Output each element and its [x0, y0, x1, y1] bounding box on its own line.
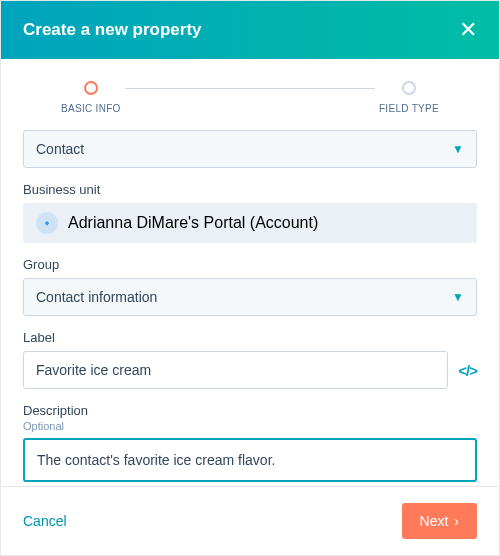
step-field-type[interactable]: FIELD TYPE — [379, 81, 439, 114]
chevron-down-icon: ▼ — [452, 142, 464, 156]
panel-title: Create a new property — [23, 20, 202, 40]
step-circle — [402, 81, 416, 95]
object-value: Contact — [36, 141, 84, 157]
business-unit-label: Business unit — [23, 182, 477, 197]
business-unit-display[interactable]: 🔹 Adrianna DiMare's Portal (Account) — [23, 203, 477, 243]
group-value: Contact information — [36, 289, 157, 305]
next-button[interactable]: Next › — [402, 503, 477, 539]
chevron-right-icon: › — [454, 513, 459, 529]
panel-header: Create a new property ✕ — [1, 1, 499, 59]
field-object: Contact ▼ — [23, 130, 477, 168]
chevron-down-icon: ▼ — [452, 290, 464, 304]
field-business-unit: Business unit 🔹 Adrianna DiMare's Portal… — [23, 182, 477, 243]
step-circle-active — [84, 81, 98, 95]
cancel-button[interactable]: Cancel — [23, 513, 67, 529]
portal-icon: 🔹 — [36, 212, 58, 234]
form-body: Contact ▼ Business unit 🔹 Adrianna DiMar… — [1, 122, 499, 486]
stepper: BASIC INFO FIELD TYPE — [1, 59, 499, 122]
field-description: Description Optional The contact's favor… — [23, 403, 477, 482]
label-label: Label — [23, 330, 477, 345]
business-unit-value: Adrianna DiMare's Portal (Account) — [68, 214, 318, 232]
stepper-line — [125, 88, 375, 89]
description-label: Description Optional — [23, 403, 477, 432]
optional-text: Optional — [23, 420, 477, 432]
field-label: Label Favorite ice cream </> — [23, 330, 477, 389]
label-value: Favorite ice cream — [36, 362, 151, 378]
create-property-panel: Create a new property ✕ BASIC INFO FIELD… — [0, 0, 500, 556]
label-input[interactable]: Favorite ice cream — [23, 351, 448, 389]
description-input[interactable]: The contact's favorite ice cream flavor. — [23, 438, 477, 482]
description-value: The contact's favorite ice cream flavor. — [37, 452, 275, 468]
group-label: Group — [23, 257, 477, 272]
step-basic-info[interactable]: BASIC INFO — [61, 81, 121, 114]
step-label: BASIC INFO — [61, 103, 121, 114]
code-icon[interactable]: </> — [458, 362, 477, 379]
step-label: FIELD TYPE — [379, 103, 439, 114]
object-select[interactable]: Contact ▼ — [23, 130, 477, 168]
close-icon[interactable]: ✕ — [459, 19, 477, 41]
field-group: Group Contact information ▼ — [23, 257, 477, 316]
panel-footer: Cancel Next › — [1, 486, 499, 555]
group-select[interactable]: Contact information ▼ — [23, 278, 477, 316]
next-label: Next — [420, 513, 449, 529]
